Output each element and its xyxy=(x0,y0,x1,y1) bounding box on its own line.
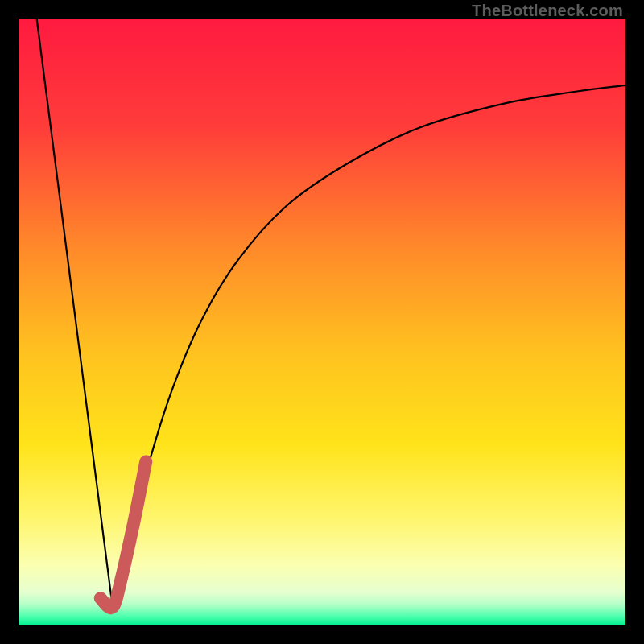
chart-svg xyxy=(19,19,625,625)
plot-area xyxy=(19,19,625,625)
watermark-text: TheBottleneck.com xyxy=(472,2,623,20)
chart-frame: TheBottleneck.com xyxy=(0,0,644,644)
gradient-background xyxy=(19,19,625,625)
